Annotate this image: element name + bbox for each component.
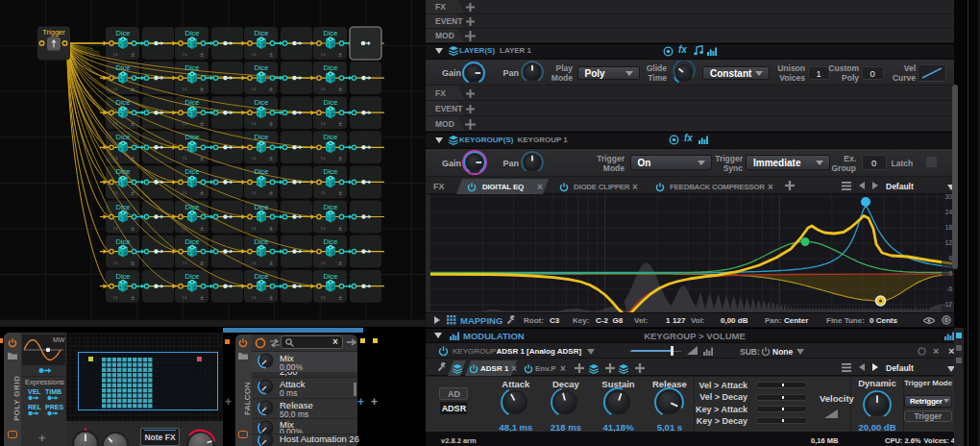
svg-text:-6: -6 <box>946 285 952 292</box>
svg-text:0: 0 <box>948 270 952 277</box>
svg-text:-12: -12 <box>943 301 953 308</box>
svg-text:Trigger: Trigger <box>42 28 65 37</box>
